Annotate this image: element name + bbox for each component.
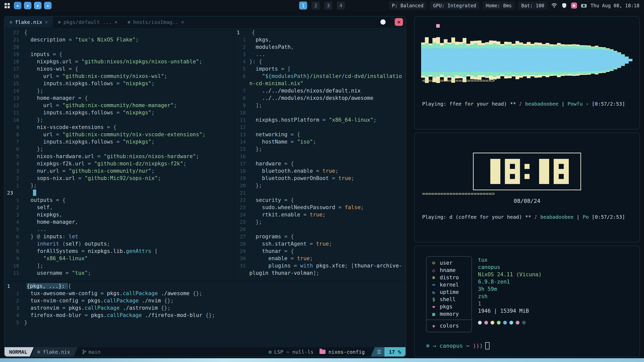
code-line: 7 ../../modules/nixos/default.nix [234,87,406,94]
editor-pane-flake-nix[interactable]: 22{21 description = "tux's NixOS Flake";… [5,28,234,281]
app-icon-4[interactable]: ◆ [44,2,52,9]
nix-file-icon: ❄ [37,349,40,355]
line-number: 6 [5,146,19,152]
fetch-row-kernel: ⌨kernel [427,281,471,288]
line-number: 1 [5,290,19,296]
tab-close-icon[interactable]: × [114,19,118,25]
shell-prompt[interactable]: ❄ → canopus ~ ))) [426,342,490,349]
line-number: 28 [234,241,246,247]
code-line: 9 "x86_64-linux" [5,255,234,262]
palette-icon: ✱ [431,323,437,329]
folder-icon [319,350,326,354]
code-line: 1 tux-awesome-wm-config = pkgs.callPacka… [5,290,406,297]
workspace-4[interactable]: 4 [337,2,345,10]
code-text: n-cd-minimal.nix" [249,80,303,86]
code-line: 5} [5,319,406,326]
text-segment: ~ [463,343,473,349]
text-segment: Po [583,214,589,220]
code-line: 11 nixpkgs.hostPlatform = "x86_64-linux"… [234,116,406,123]
terminal-clock[interactable]: 08/08/24 =======================> Playin… [414,132,640,243]
fetch-row-pkgs: ❤pkgs [427,303,471,310]
workspace-2[interactable]: 2 [312,2,320,10]
tab-close-icon[interactable]: × [181,19,184,25]
tab-close-icon[interactable]: × [45,19,48,25]
statusline-filename: flake.nix [43,349,70,355]
line-number: 9 [5,255,19,261]
terminal-visualizer[interactable]: =======================> Playing: ffee f… [414,16,640,129]
code-line: 8 ../../modules/nixos/desktop/awesome [234,94,406,102]
code-line: 21 [234,189,406,196]
prompt-text: ❄ → canopus ~ ))) [426,343,483,349]
line-number: 8 [234,95,246,101]
text-segment: canopus [439,343,463,349]
visualizer-column [625,57,629,64]
app-icon-1[interactable]: ◆ [14,2,21,9]
statusline-right: ⚙ LSP ~ null-ls nixos-config ☰ 17 % [269,347,406,356]
code-line: 16 url = "github:nix-community/nixos-wsl… [5,72,234,80]
player-status-top: =======================> Playing: ffee f… [422,61,625,123]
code-line: 14 }; [5,87,234,94]
code-line: 1{ [234,29,406,36]
battery-status[interactable]: Bat: 100 [518,2,547,10]
code-line: 15 inputs.nixpkgs.follows = "nixpkgs"; [5,80,234,87]
code-line: 31 plugins = with pkgs.xfce; [thunar-arc… [234,262,406,269]
clock-date[interactable]: Thu Aug 08, 18:18 [591,3,639,8]
shield-icon[interactable] [561,2,568,9]
window-close-button[interactable]: × [395,18,403,26]
line-number: 3 [5,212,19,218]
wifi-icon[interactable] [551,2,557,9]
line-number: 5 [5,226,19,232]
fetch-rows: ☺user⌂hname❄distro⌨kernel↻uptime$shell❤p… [427,259,471,318]
workspace-1[interactable]: 1 [299,2,307,10]
code-line: 4}: { [234,58,406,65]
tab-hosts-isoimag-[interactable]: ❄hosts/isoImag..× [123,17,189,28]
code-text: bluetooth.powerOnBoot = true; [249,175,354,181]
code-line: 9 nix-vscode-extensions = { [5,123,234,131]
line-number: 31 [234,263,246,269]
line-number: 7 [5,241,19,247]
code-text: }; [249,219,262,225]
recorder-icon[interactable] [571,3,577,9]
fetch-separator [427,320,471,320]
code-text: nixpkgs-f2k.url = "github:moni-dz/nixpkg… [24,161,186,167]
fetch-labels-box: ☺user⌂hname❄distro⌨kernel↻uptime$shell❤p… [426,256,472,332]
code-line: 11 username = "tux"; [5,269,234,277]
line-number: 2 [5,298,19,304]
separator-line: =======================> [422,77,625,84]
app-launcher-icon[interactable] [5,3,10,8]
text-segment: ♪ [534,214,540,220]
line-number: 14 [5,88,19,94]
code-line: 3 astronvim = pkgs.callPackage ./astronv… [5,304,406,311]
fetch-label: kernel [440,282,459,288]
git-branch[interactable]: main [82,349,101,355]
camera-icon[interactable] [581,2,587,9]
nix-icon: ❄ [128,19,130,25]
player-status-mid: =======================> Playing: d (cof… [422,174,625,237]
editor-pane-iso-image[interactable]: 1{1 pkgs,2 modulesPath,3 ...4}: {5 impor… [234,28,406,281]
toggle-switch[interactable] [379,18,392,26]
code-text: ssh.startAgent = true; [249,241,332,247]
app-icon-3[interactable]: ◆ [34,2,42,9]
terminal-fetch[interactable]: ☺user⌂hname❄distro⌨kernel↻uptime$shell❤p… [414,246,640,357]
ping-status[interactable]: Home: 8ms [483,2,515,10]
code-line: 2 self, [5,204,234,211]
workspace-3[interactable]: 3 [324,2,332,10]
fetch-colors-row: ✱ colors [427,322,471,329]
fetch-label: hname [440,267,456,273]
app-icon-2[interactable]: ◆ [24,2,31,9]
tab-pkgs-default-[interactable]: ❄pkgs/default ...× [53,17,123,28]
code-line: 26 [234,225,406,233]
memory-icon: ▦ [431,311,437,317]
code-line: 10 ]; [5,262,234,269]
line-number: 1 [5,283,22,289]
gpu-status[interactable]: GPU: Integrated [430,2,479,10]
line-number: 3 [234,51,246,57]
code-text: { [24,29,27,35]
code-text: }; [24,183,37,189]
project-indicator[interactable]: nixos-config [319,349,365,355]
power-profile[interactable]: P: Balanced [389,2,427,10]
editor-pane-pkgs-default[interactable]: 1{pkgs, ...}: {1 tux-awesome-wm-config =… [5,281,406,348]
code-line: 17 hardware = { [234,160,406,167]
tab-flake-nix[interactable]: ❄flake.nix× [5,17,53,28]
code-line: 4 nixpkgs-f2k.url = "github:moni-dz/nixp… [5,160,234,167]
